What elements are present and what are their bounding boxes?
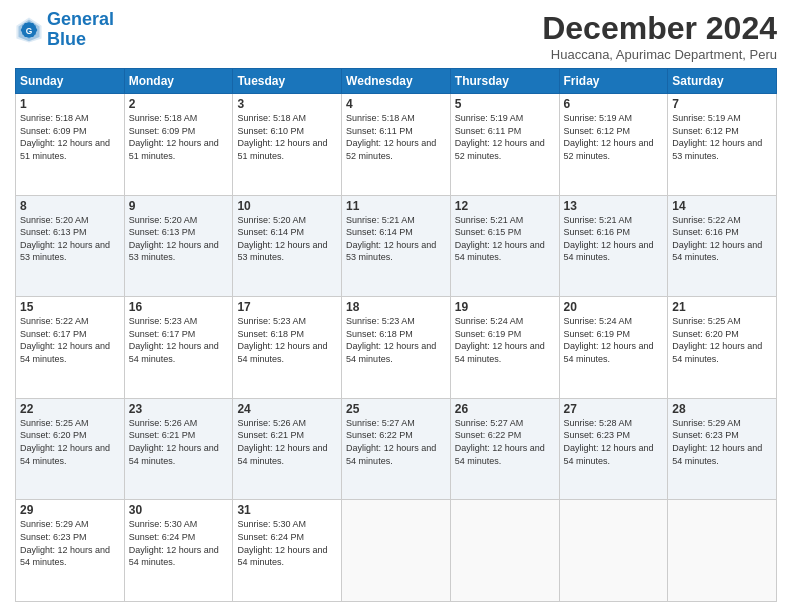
table-cell: 28 Sunrise: 5:29 AMSunset: 6:23 PMDaylig… xyxy=(668,398,777,500)
table-row: 29 Sunrise: 5:29 AMSunset: 6:23 PMDaylig… xyxy=(16,500,777,602)
col-sunday: Sunday xyxy=(16,69,125,94)
day-info: Sunrise: 5:23 AMSunset: 6:18 PMDaylight:… xyxy=(237,316,327,364)
col-wednesday: Wednesday xyxy=(342,69,451,94)
table-cell: 14 Sunrise: 5:22 AMSunset: 6:16 PMDaylig… xyxy=(668,195,777,297)
table-cell: 20 Sunrise: 5:24 AMSunset: 6:19 PMDaylig… xyxy=(559,297,668,399)
day-info: Sunrise: 5:21 AMSunset: 6:14 PMDaylight:… xyxy=(346,215,436,263)
logo: G General Blue xyxy=(15,10,114,50)
table-cell: 4 Sunrise: 5:18 AMSunset: 6:11 PMDayligh… xyxy=(342,94,451,196)
day-number: 8 xyxy=(20,199,120,213)
table-cell: 25 Sunrise: 5:27 AMSunset: 6:22 PMDaylig… xyxy=(342,398,451,500)
day-info: Sunrise: 5:22 AMSunset: 6:17 PMDaylight:… xyxy=(20,316,110,364)
day-info: Sunrise: 5:19 AMSunset: 6:12 PMDaylight:… xyxy=(564,113,654,161)
table-cell: 13 Sunrise: 5:21 AMSunset: 6:16 PMDaylig… xyxy=(559,195,668,297)
logo-line2: Blue xyxy=(47,29,86,49)
day-info: Sunrise: 5:24 AMSunset: 6:19 PMDaylight:… xyxy=(455,316,545,364)
day-number: 19 xyxy=(455,300,555,314)
logo-text: General Blue xyxy=(47,10,114,50)
table-cell: 16 Sunrise: 5:23 AMSunset: 6:17 PMDaylig… xyxy=(124,297,233,399)
day-info: Sunrise: 5:26 AMSunset: 6:21 PMDaylight:… xyxy=(129,418,219,466)
day-info: Sunrise: 5:18 AMSunset: 6:09 PMDaylight:… xyxy=(20,113,110,161)
table-cell: 12 Sunrise: 5:21 AMSunset: 6:15 PMDaylig… xyxy=(450,195,559,297)
day-number: 12 xyxy=(455,199,555,213)
table-cell: 21 Sunrise: 5:25 AMSunset: 6:20 PMDaylig… xyxy=(668,297,777,399)
day-number: 24 xyxy=(237,402,337,416)
day-info: Sunrise: 5:18 AMSunset: 6:11 PMDaylight:… xyxy=(346,113,436,161)
table-cell: 7 Sunrise: 5:19 AMSunset: 6:12 PMDayligh… xyxy=(668,94,777,196)
day-info: Sunrise: 5:28 AMSunset: 6:23 PMDaylight:… xyxy=(564,418,654,466)
header: G General Blue December 2024 Huaccana, A… xyxy=(15,10,777,62)
day-number: 31 xyxy=(237,503,337,517)
table-cell: 17 Sunrise: 5:23 AMSunset: 6:18 PMDaylig… xyxy=(233,297,342,399)
day-number: 25 xyxy=(346,402,446,416)
day-number: 29 xyxy=(20,503,120,517)
day-info: Sunrise: 5:20 AMSunset: 6:13 PMDaylight:… xyxy=(129,215,219,263)
day-info: Sunrise: 5:19 AMSunset: 6:11 PMDaylight:… xyxy=(455,113,545,161)
table-cell: 30 Sunrise: 5:30 AMSunset: 6:24 PMDaylig… xyxy=(124,500,233,602)
table-cell: 9 Sunrise: 5:20 AMSunset: 6:13 PMDayligh… xyxy=(124,195,233,297)
table-cell: 19 Sunrise: 5:24 AMSunset: 6:19 PMDaylig… xyxy=(450,297,559,399)
day-info: Sunrise: 5:30 AMSunset: 6:24 PMDaylight:… xyxy=(237,519,327,567)
table-cell xyxy=(450,500,559,602)
col-friday: Friday xyxy=(559,69,668,94)
table-cell: 2 Sunrise: 5:18 AMSunset: 6:09 PMDayligh… xyxy=(124,94,233,196)
day-number: 13 xyxy=(564,199,664,213)
day-number: 21 xyxy=(672,300,772,314)
day-info: Sunrise: 5:24 AMSunset: 6:19 PMDaylight:… xyxy=(564,316,654,364)
table-cell: 3 Sunrise: 5:18 AMSunset: 6:10 PMDayligh… xyxy=(233,94,342,196)
day-number: 6 xyxy=(564,97,664,111)
day-info: Sunrise: 5:21 AMSunset: 6:16 PMDaylight:… xyxy=(564,215,654,263)
svg-text:G: G xyxy=(26,25,33,35)
day-info: Sunrise: 5:25 AMSunset: 6:20 PMDaylight:… xyxy=(672,316,762,364)
day-number: 30 xyxy=(129,503,229,517)
col-tuesday: Tuesday xyxy=(233,69,342,94)
day-info: Sunrise: 5:20 AMSunset: 6:13 PMDaylight:… xyxy=(20,215,110,263)
day-info: Sunrise: 5:18 AMSunset: 6:09 PMDaylight:… xyxy=(129,113,219,161)
table-cell: 5 Sunrise: 5:19 AMSunset: 6:11 PMDayligh… xyxy=(450,94,559,196)
day-number: 4 xyxy=(346,97,446,111)
table-cell: 1 Sunrise: 5:18 AMSunset: 6:09 PMDayligh… xyxy=(16,94,125,196)
table-cell: 18 Sunrise: 5:23 AMSunset: 6:18 PMDaylig… xyxy=(342,297,451,399)
table-cell: 23 Sunrise: 5:26 AMSunset: 6:21 PMDaylig… xyxy=(124,398,233,500)
day-number: 22 xyxy=(20,402,120,416)
day-info: Sunrise: 5:19 AMSunset: 6:12 PMDaylight:… xyxy=(672,113,762,161)
day-number: 16 xyxy=(129,300,229,314)
col-monday: Monday xyxy=(124,69,233,94)
day-number: 1 xyxy=(20,97,120,111)
table-cell: 27 Sunrise: 5:28 AMSunset: 6:23 PMDaylig… xyxy=(559,398,668,500)
table-cell: 31 Sunrise: 5:30 AMSunset: 6:24 PMDaylig… xyxy=(233,500,342,602)
table-cell xyxy=(559,500,668,602)
day-info: Sunrise: 5:25 AMSunset: 6:20 PMDaylight:… xyxy=(20,418,110,466)
day-number: 26 xyxy=(455,402,555,416)
month-title: December 2024 xyxy=(542,10,777,47)
col-saturday: Saturday xyxy=(668,69,777,94)
col-thursday: Thursday xyxy=(450,69,559,94)
day-number: 2 xyxy=(129,97,229,111)
table-cell xyxy=(342,500,451,602)
day-number: 3 xyxy=(237,97,337,111)
table-cell: 10 Sunrise: 5:20 AMSunset: 6:14 PMDaylig… xyxy=(233,195,342,297)
day-number: 10 xyxy=(237,199,337,213)
day-info: Sunrise: 5:29 AMSunset: 6:23 PMDaylight:… xyxy=(672,418,762,466)
table-row: 1 Sunrise: 5:18 AMSunset: 6:09 PMDayligh… xyxy=(16,94,777,196)
table-cell: 15 Sunrise: 5:22 AMSunset: 6:17 PMDaylig… xyxy=(16,297,125,399)
header-row: Sunday Monday Tuesday Wednesday Thursday… xyxy=(16,69,777,94)
day-info: Sunrise: 5:23 AMSunset: 6:17 PMDaylight:… xyxy=(129,316,219,364)
day-number: 18 xyxy=(346,300,446,314)
page: G General Blue December 2024 Huaccana, A… xyxy=(0,0,792,612)
day-number: 11 xyxy=(346,199,446,213)
day-number: 5 xyxy=(455,97,555,111)
day-info: Sunrise: 5:27 AMSunset: 6:22 PMDaylight:… xyxy=(346,418,436,466)
day-info: Sunrise: 5:30 AMSunset: 6:24 PMDaylight:… xyxy=(129,519,219,567)
table-row: 15 Sunrise: 5:22 AMSunset: 6:17 PMDaylig… xyxy=(16,297,777,399)
day-info: Sunrise: 5:21 AMSunset: 6:15 PMDaylight:… xyxy=(455,215,545,263)
day-number: 14 xyxy=(672,199,772,213)
day-info: Sunrise: 5:20 AMSunset: 6:14 PMDaylight:… xyxy=(237,215,327,263)
table-cell: 26 Sunrise: 5:27 AMSunset: 6:22 PMDaylig… xyxy=(450,398,559,500)
table-cell: 11 Sunrise: 5:21 AMSunset: 6:14 PMDaylig… xyxy=(342,195,451,297)
day-info: Sunrise: 5:26 AMSunset: 6:21 PMDaylight:… xyxy=(237,418,327,466)
day-info: Sunrise: 5:27 AMSunset: 6:22 PMDaylight:… xyxy=(455,418,545,466)
day-number: 28 xyxy=(672,402,772,416)
day-number: 23 xyxy=(129,402,229,416)
table-cell: 8 Sunrise: 5:20 AMSunset: 6:13 PMDayligh… xyxy=(16,195,125,297)
